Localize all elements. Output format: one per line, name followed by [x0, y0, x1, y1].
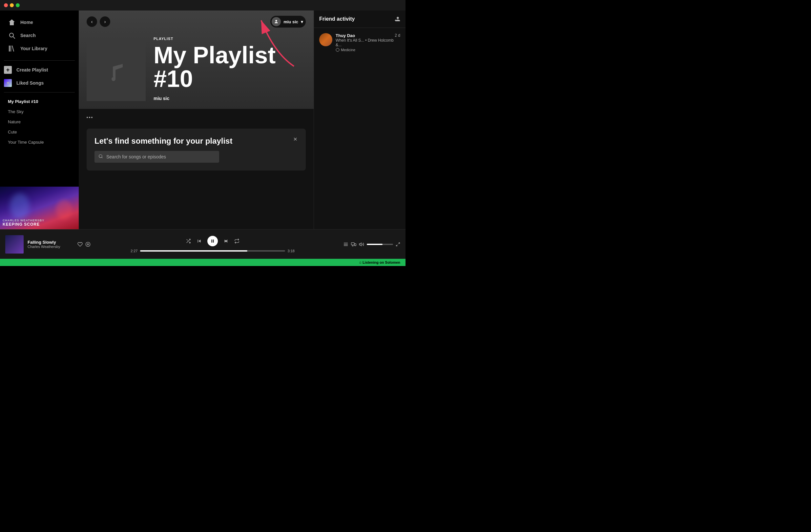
progress-bar-wrapper: 2:27 3:18 [131, 249, 295, 253]
svg-rect-8 [213, 239, 214, 242]
playlist-item-cute[interactable]: Cute [0, 127, 79, 137]
liked-songs-icon: ♥ [4, 79, 12, 87]
sidebar-divider [4, 60, 75, 61]
now-playing-thumb [5, 235, 24, 253]
listening-icon: ♫ [359, 261, 362, 264]
search-wrapper [94, 151, 219, 163]
sidebar-item-home[interactable]: Home [4, 16, 75, 29]
main-content: ‹ › miu sic ▾ [79, 11, 313, 229]
svg-rect-10 [354, 244, 356, 246]
now-playing-title: Falling Slowly [28, 240, 74, 245]
minimize-button[interactable] [10, 3, 14, 7]
sidebar-item-search[interactable]: Search [4, 29, 75, 42]
friend-avatar-image [319, 33, 332, 46]
add-friend-button[interactable] [394, 16, 400, 22]
repeat-button[interactable] [234, 238, 240, 244]
album-artist-label: CHARLES WEATHERSBY [3, 219, 44, 222]
content-actions [87, 117, 306, 118]
album-title-label: KEEPING SCORE [3, 222, 44, 226]
album-overlay: CHARLES WEATHERSBY KEEPING SCORE [3, 219, 44, 226]
create-playlist-button[interactable]: + Create Playlist [0, 63, 79, 76]
music-note-icon [103, 58, 129, 84]
sidebar-divider-2 [4, 92, 75, 93]
more-options-button[interactable] [87, 117, 93, 118]
playlist-owner: miu sic [154, 96, 306, 101]
playlist-item-my-playlist-10[interactable]: My Playlist #10 [0, 96, 79, 107]
svg-rect-7 [212, 239, 212, 242]
friend-listening: Medicine [336, 48, 400, 52]
listening-text: Listening on Solomen [363, 261, 400, 264]
forward-button[interactable]: › [100, 16, 110, 27]
progress-bar[interactable] [140, 250, 285, 252]
now-playing-actions [77, 242, 91, 247]
sidebar-nav: Home Search Your L [0, 11, 79, 58]
content-area: Let's find something for your playlist × [79, 109, 313, 229]
create-playlist-label: Create Playlist [16, 67, 48, 73]
sidebar-item-library[interactable]: Your Library [4, 42, 75, 55]
svg-point-3 [99, 155, 102, 157]
shuffle-button[interactable] [186, 238, 191, 244]
svg-rect-0 [9, 46, 10, 51]
friend-track: When It's All S... • Drew Holcomb &... [336, 38, 400, 47]
progress-fill [140, 250, 247, 252]
dropdown-icon: ▾ [301, 19, 303, 24]
find-songs-section: Let's find something for your playlist × [87, 128, 306, 171]
playlist-item-the-sky[interactable]: The Sky [0, 107, 79, 117]
friend-name: Thuy Dao [336, 33, 355, 38]
pause-button[interactable] [207, 236, 218, 246]
right-panel: Friend activity Thuy Dao 2 d [313, 11, 406, 229]
volume-bar[interactable] [367, 244, 393, 245]
queue-button[interactable] [343, 242, 348, 247]
create-playlist-icon: + [4, 66, 12, 74]
control-buttons [186, 236, 240, 246]
friend-avatar [319, 33, 332, 46]
next-button[interactable] [223, 238, 229, 244]
friend-info: Thuy Dao 2 d When It's All S... • Drew H… [336, 33, 400, 52]
device-button[interactable] [351, 242, 356, 247]
listening-status: ♫ Listening on Solomen [359, 261, 400, 264]
user-menu-button[interactable]: miu sic ▾ [270, 16, 306, 28]
search-label: Search [20, 33, 36, 38]
user-label: miu sic [284, 19, 298, 24]
close-find-songs-button[interactable]: × [290, 134, 301, 144]
right-controls [335, 242, 400, 247]
playlist-item-your-time-capsule[interactable]: Your Time Capsule [0, 137, 79, 147]
playlist-cover-art [87, 42, 146, 101]
maximize-button[interactable] [16, 3, 20, 7]
home-label: Home [20, 20, 33, 25]
playlist-info: PLAYLIST My Playlist #10 miu sic [154, 37, 306, 101]
playlist-item-nature[interactable]: Nature [0, 117, 79, 127]
fullscreen-button[interactable] [396, 242, 400, 247]
search-songs-input[interactable] [94, 151, 219, 163]
svg-point-5 [86, 242, 90, 246]
volume-button[interactable] [359, 242, 364, 247]
playlist-type-label: PLAYLIST [154, 37, 306, 41]
current-time: 2:27 [131, 249, 137, 253]
back-button[interactable]: ‹ [87, 16, 97, 27]
find-songs-title: Let's find something for your playlist [94, 137, 298, 146]
album-cover-image: CHARLES WEATHERSBY KEEPING SCORE [0, 187, 79, 229]
nav-buttons: ‹ › [87, 16, 110, 27]
friend-item: Thuy Dao 2 d When It's All S... • Drew H… [319, 33, 400, 52]
add-to-queue-button[interactable] [85, 242, 91, 247]
home-icon [8, 18, 16, 26]
top-bar: ‹ › miu sic ▾ [79, 11, 313, 33]
library-label: Your Library [20, 46, 47, 51]
sidebar-album-art[interactable]: CHARLES WEATHERSBY KEEPING SCORE [0, 187, 79, 229]
playlist-list: My Playlist #10 The Sky Nature Cute Your… [0, 95, 79, 187]
previous-button[interactable] [196, 238, 202, 244]
friend-activity-title: Friend activity [319, 16, 355, 22]
liked-songs-label: Liked Songs [16, 80, 44, 85]
now-playing-artist: Charles Weathersby [28, 245, 74, 249]
playlist-title: My Playlist #10 [154, 43, 306, 91]
friend-activity-header: Friend activity [314, 11, 406, 28]
search-songs-icon [98, 154, 103, 160]
svg-point-4 [336, 48, 339, 51]
liked-songs-button[interactable]: ♥ Liked Songs [0, 76, 79, 90]
close-button[interactable] [4, 3, 8, 7]
player-controls: 2:27 3:18 [96, 236, 330, 253]
now-playing-info: Falling Slowly Charles Weathersby [28, 240, 74, 249]
like-button[interactable] [77, 242, 83, 247]
status-bar: ♫ Listening on Solomen [0, 259, 406, 266]
friend-time: 2 d [395, 33, 400, 38]
